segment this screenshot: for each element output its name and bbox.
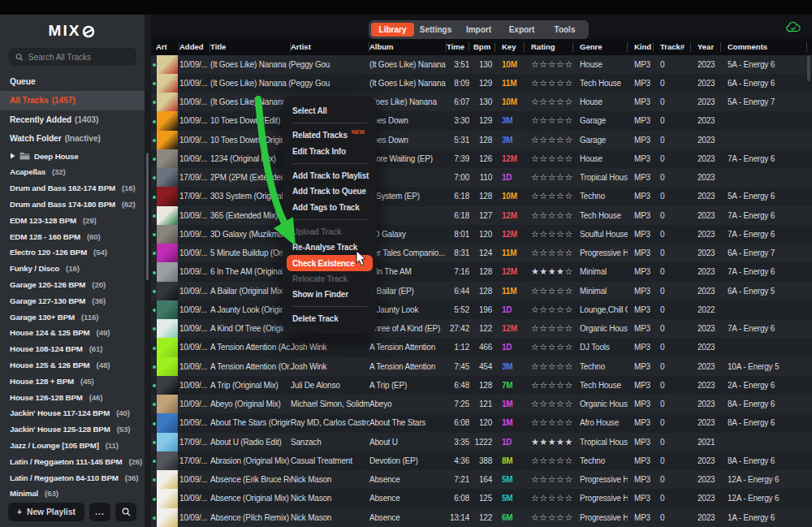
sidebar-scrollbar[interactable] xyxy=(145,15,151,527)
album-art-thumbnail[interactable] xyxy=(157,433,178,451)
sidebar-item-all-tracks[interactable]: All Tracks(1457) xyxy=(0,91,145,110)
table-row[interactable]: 10/09/...6 In The AM (Original ...6 In T… xyxy=(151,262,812,281)
tab-library[interactable]: Library xyxy=(371,23,414,37)
table-row[interactable]: 10/09/...1234 (Original Mix)More Waiting… xyxy=(151,149,812,168)
sidebar-playlist-electro-120-126-bpm[interactable]: Electro 120 -126 BPM(54) xyxy=(0,244,145,261)
table-row[interactable]: 10/09/...Absence (Pilch Remix)Nick Mason… xyxy=(151,508,812,527)
table-row[interactable]: 10/09/...3D Galaxy (Muzikman E...3D Gala… xyxy=(151,225,812,244)
album-art-thumbnail[interactable] xyxy=(157,55,178,74)
playlist-search-button[interactable] xyxy=(115,503,136,521)
sidebar-scrollbar-thumb[interactable] xyxy=(146,153,149,280)
sidebar-playlist-funky-disco[interactable]: Funky / Disco(16) xyxy=(0,261,145,277)
table-row[interactable]: 10/09/...Abeyo (Original Mix)Michael Sim… xyxy=(151,395,812,413)
sidebar-playlist-house-124-125-bpm[interactable]: House 124 & 125 BPM(49) xyxy=(0,325,145,341)
table-row[interactable]: 10/09/...(It Goes Like) Nanana (L...Pegg… xyxy=(151,74,812,93)
album-art-thumbnail[interactable] xyxy=(157,149,178,168)
sidebar-playlist-garage-127-130-bpm[interactable]: Garage 127-130 BPM(36) xyxy=(0,292,145,309)
column-header-key[interactable]: Key xyxy=(495,42,525,52)
menu-item-show-in-finder[interactable]: Show in Finder xyxy=(283,287,377,302)
table-row[interactable]: 10/09/...Absence (Erik Bruce Re...Nick M… xyxy=(151,470,812,489)
album-art-thumbnail[interactable] xyxy=(157,168,178,187)
table-row[interactable]: 17/09/...2PM (2PM (Extended M...7:001101… xyxy=(151,168,812,187)
sidebar-playlist-house-125-126-bpm[interactable]: House 125 & 126 BPM(48) xyxy=(0,357,145,374)
menu-item-re-analyse-track[interactable]: Re-Analyse Track xyxy=(283,240,377,255)
sidebar-playlist-minimal[interactable]: Minimal(63) xyxy=(0,486,145,502)
new-playlist-button[interactable]: + New Playlist xyxy=(8,503,84,521)
sidebar-playlist-jazz-lounge-105-bpm[interactable]: Jazz / Lounge [105 BPM](11) xyxy=(0,438,145,454)
table-row[interactable]: 10/09/...365 (Extended Mix)6:1812712M☆☆☆… xyxy=(151,206,812,225)
album-art-thumbnail[interactable] xyxy=(157,357,178,376)
sidebar-folder-deep-house[interactable]: Deep House xyxy=(0,148,145,164)
column-header-album[interactable]: Album xyxy=(369,42,447,52)
column-header-art[interactable]: Art xyxy=(156,42,179,52)
album-art-thumbnail[interactable] xyxy=(157,376,178,395)
table-row[interactable]: 10/09/...A Bailar (Original Mix)A Bailar… xyxy=(151,282,812,300)
table-row[interactable]: 10/09/...5 Minute Buildup (Origi...per T… xyxy=(151,244,812,262)
sidebar-playlist-drum-and-bass-174-180-bpm[interactable]: Drum and Bass 174-180 BPM(62) xyxy=(0,197,145,213)
tab-settings[interactable]: Settings xyxy=(414,23,457,37)
sidebar-playlist-edm-128-160-bpm[interactable]: EDM 128 - 160 BPM(60) xyxy=(0,228,145,244)
album-art-thumbnail[interactable] xyxy=(157,131,178,149)
album-art-thumbnail[interactable] xyxy=(157,470,178,489)
album-art-thumbnail[interactable] xyxy=(157,206,178,225)
sidebar-item-watch-folder[interactable]: Watch Folder(Inactive) xyxy=(0,129,145,148)
sidebar-playlist-garage-120-126-bpm[interactable]: Garage 120-126 BPM(20) xyxy=(0,277,145,293)
cloud-sync-icon[interactable] xyxy=(785,20,801,34)
album-art-thumbnail[interactable] xyxy=(157,489,178,508)
album-art-thumbnail[interactable] xyxy=(157,187,178,205)
table-row[interactable]: 10/09/...(It Goes Like) Nanana (...Goes … xyxy=(151,93,812,111)
table-row[interactable]: 17/09/...About U (Radio Edit)SanzachAbou… xyxy=(151,433,812,451)
more-options-button[interactable]: ... xyxy=(89,503,110,521)
table-row[interactable]: 10/09/...A Trip (Original Mix)Juli De Al… xyxy=(151,376,812,395)
album-art-thumbnail[interactable] xyxy=(157,319,178,338)
column-header-rating[interactable]: Rating xyxy=(525,42,573,52)
table-row[interactable]: 10/09/...A Tension Attention (Or...Josh … xyxy=(151,357,812,376)
album-art-thumbnail[interactable] xyxy=(157,74,178,93)
sidebar-item-recently-added[interactable]: Recently Added(1403) xyxy=(0,110,145,129)
sidebar-item-queue[interactable]: Queue xyxy=(0,72,145,91)
search-input[interactable] xyxy=(28,53,130,62)
column-header-year[interactable]: Year xyxy=(691,42,721,52)
tab-tools[interactable]: Tools xyxy=(543,23,586,37)
album-art-thumbnail[interactable] xyxy=(157,508,178,527)
search-box[interactable] xyxy=(9,48,136,66)
table-row[interactable]: 17/09/...303 System (Original M...3 Syst… xyxy=(151,187,812,205)
menu-item-add-track-to-playlist[interactable]: Add Track to Playlist xyxy=(283,168,377,184)
album-art-thumbnail[interactable] xyxy=(157,93,178,111)
menu-item-check-existence[interactable]: Check Existence xyxy=(287,255,373,270)
table-row[interactable]: 10/09/...A Jaunty Look (Original ...A Ja… xyxy=(151,300,812,319)
column-header-genre[interactable]: Genre xyxy=(573,42,628,52)
menu-item-add-tags-to-track[interactable]: Add Tags to Track xyxy=(283,199,377,214)
column-header-title[interactable]: Title xyxy=(210,42,291,52)
column-header-kind[interactable]: Kind xyxy=(628,42,654,52)
album-art-thumbnail[interactable] xyxy=(157,413,178,432)
table-row[interactable]: 17/09/...Abrasion (Original Mix)Casual T… xyxy=(151,451,812,470)
menu-item-related-tracks[interactable]: Related TracksNEW xyxy=(283,127,377,143)
menu-item-add-track-to-queue[interactable]: Add Track to Queue xyxy=(283,184,377,199)
album-art-thumbnail[interactable] xyxy=(157,395,178,413)
column-header-track[interactable]: Track# xyxy=(654,42,691,52)
column-header-bpm[interactable]: Bpm xyxy=(469,42,495,52)
column-header-added[interactable]: Added xyxy=(179,42,210,52)
table-row[interactable]: 10/09/...About The Stars (Origin...Ray M… xyxy=(151,413,812,432)
menu-item-edit-track-info[interactable]: Edit Track Info xyxy=(283,144,377,159)
album-art-thumbnail[interactable] xyxy=(157,244,178,262)
sidebar-playlist-drum-and-bass-162-174-bpm[interactable]: Drum and Bass 162-174 BPM(16) xyxy=(0,180,145,197)
tab-import[interactable]: Import xyxy=(457,23,500,37)
sidebar-playlist-latin-reggaeton-84-110-bpm[interactable]: Latin / Reggaeton 84-110 BPM(36) xyxy=(0,469,145,486)
table-row[interactable]: 10/09/...10 Toes Down (Edit)Toes Down3:3… xyxy=(151,111,812,130)
album-art-thumbnail[interactable] xyxy=(157,282,178,300)
column-header-time[interactable]: Time xyxy=(447,42,469,52)
table-row[interactable]: 10/09/...(It Goes Like) Nanana (...Peggy… xyxy=(151,55,812,74)
menu-item-select-all[interactable]: Select All xyxy=(283,103,377,119)
sidebar-playlist-house-128-bpm[interactable]: House 128 + BPM(45) xyxy=(0,373,145,389)
album-art-thumbnail[interactable] xyxy=(157,300,178,319)
sidebar-playlist-latin-reggaeton-111-145-bpm[interactable]: Latin / Reggaeton 111-145 BPM(26) xyxy=(0,453,145,469)
album-art-thumbnail[interactable] xyxy=(157,262,178,281)
sidebar-playlist-house-126-128-bpm[interactable]: House 126-128 BPM(46) xyxy=(0,389,145,405)
sidebar-playlist-acapellas[interactable]: Acapellas(32) xyxy=(0,164,145,180)
menu-item-delete-track[interactable]: Delete Track xyxy=(283,311,377,326)
table-row[interactable]: 10/09/...10 Toes Down (Original...Toes D… xyxy=(151,131,812,149)
table-scrollbar-thumb[interactable] xyxy=(807,55,810,81)
table-row[interactable]: 10/09/...A Kind Of Tree (Original...Herm… xyxy=(151,319,812,338)
